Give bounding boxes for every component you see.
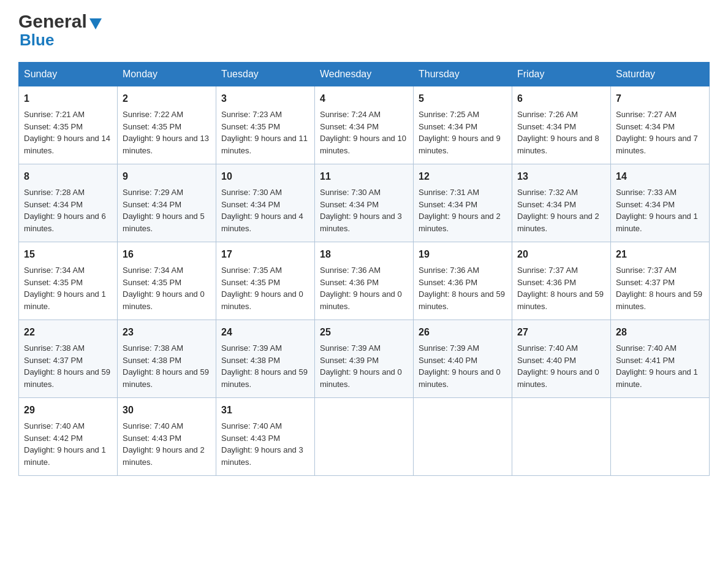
calendar-table: SundayMondayTuesdayWednesdayThursdayFrid… xyxy=(18,62,710,476)
calendar-cell: 17Sunrise: 7:35 AMSunset: 4:35 PMDayligh… xyxy=(216,242,315,320)
day-number: 8 xyxy=(24,169,112,184)
day-number: 17 xyxy=(221,247,309,262)
logo-blue-text: Blue xyxy=(20,31,54,50)
calendar-cell: 24Sunrise: 7:39 AMSunset: 4:38 PMDayligh… xyxy=(216,320,315,398)
calendar-cell: 7Sunrise: 7:27 AMSunset: 4:34 PMDaylight… xyxy=(611,86,710,164)
calendar-cell: 3Sunrise: 7:23 AMSunset: 4:35 PMDaylight… xyxy=(216,86,315,164)
calendar-week-row: 8Sunrise: 7:28 AMSunset: 4:34 PMDaylight… xyxy=(19,164,710,242)
calendar-header-saturday: Saturday xyxy=(611,63,710,86)
calendar-header-thursday: Thursday xyxy=(414,63,512,86)
calendar-cell: 19Sunrise: 7:36 AMSunset: 4:36 PMDayligh… xyxy=(414,242,512,320)
day-info: Sunrise: 7:21 AMSunset: 4:35 PMDaylight:… xyxy=(24,110,110,155)
calendar-cell: 9Sunrise: 7:29 AMSunset: 4:34 PMDaylight… xyxy=(118,164,216,242)
day-number: 14 xyxy=(616,169,704,184)
day-number: 2 xyxy=(123,91,211,106)
calendar-cell xyxy=(315,398,414,476)
day-info: Sunrise: 7:23 AMSunset: 4:35 PMDaylight:… xyxy=(221,110,308,155)
day-number: 3 xyxy=(221,91,309,106)
day-number: 18 xyxy=(320,247,408,262)
day-info: Sunrise: 7:29 AMSunset: 4:34 PMDaylight:… xyxy=(123,188,205,233)
day-number: 13 xyxy=(517,169,605,184)
day-number: 23 xyxy=(123,325,211,340)
day-info: Sunrise: 7:28 AMSunset: 4:34 PMDaylight:… xyxy=(24,188,106,233)
calendar-cell: 20Sunrise: 7:37 AMSunset: 4:36 PMDayligh… xyxy=(512,242,611,320)
day-number: 4 xyxy=(320,91,408,106)
day-info: Sunrise: 7:37 AMSunset: 4:36 PMDaylight:… xyxy=(517,266,604,311)
calendar-week-row: 15Sunrise: 7:34 AMSunset: 4:35 PMDayligh… xyxy=(19,242,710,320)
day-number: 30 xyxy=(123,403,211,418)
day-info: Sunrise: 7:40 AMSunset: 4:41 PMDaylight:… xyxy=(616,343,698,389)
calendar-cell: 13Sunrise: 7:32 AMSunset: 4:34 PMDayligh… xyxy=(512,164,611,242)
calendar-cell: 1Sunrise: 7:21 AMSunset: 4:35 PMDaylight… xyxy=(19,86,118,164)
day-info: Sunrise: 7:38 AMSunset: 4:38 PMDaylight:… xyxy=(123,343,209,389)
day-number: 19 xyxy=(419,247,507,262)
calendar-cell: 16Sunrise: 7:34 AMSunset: 4:35 PMDayligh… xyxy=(118,242,216,320)
day-number: 6 xyxy=(517,91,605,106)
day-info: Sunrise: 7:37 AMSunset: 4:37 PMDaylight:… xyxy=(616,266,702,311)
day-info: Sunrise: 7:30 AMSunset: 4:34 PMDaylight:… xyxy=(320,188,402,233)
calendar-week-row: 29Sunrise: 7:40 AMSunset: 4:42 PMDayligh… xyxy=(19,398,710,476)
day-number: 7 xyxy=(616,91,704,106)
day-info: Sunrise: 7:36 AMSunset: 4:36 PMDaylight:… xyxy=(320,266,402,311)
day-number: 22 xyxy=(24,325,112,340)
day-info: Sunrise: 7:35 AMSunset: 4:35 PMDaylight:… xyxy=(221,266,303,311)
day-info: Sunrise: 7:25 AMSunset: 4:34 PMDaylight:… xyxy=(419,110,501,155)
calendar-cell: 27Sunrise: 7:40 AMSunset: 4:40 PMDayligh… xyxy=(512,320,611,398)
day-info: Sunrise: 7:27 AMSunset: 4:34 PMDaylight:… xyxy=(616,110,698,155)
calendar-cell: 21Sunrise: 7:37 AMSunset: 4:37 PMDayligh… xyxy=(611,242,710,320)
day-info: Sunrise: 7:39 AMSunset: 4:38 PMDaylight:… xyxy=(221,343,308,389)
day-info: Sunrise: 7:22 AMSunset: 4:35 PMDaylight:… xyxy=(123,110,209,155)
calendar-cell: 2Sunrise: 7:22 AMSunset: 4:35 PMDaylight… xyxy=(118,86,216,164)
calendar-cell: 4Sunrise: 7:24 AMSunset: 4:34 PMDaylight… xyxy=(315,86,414,164)
day-info: Sunrise: 7:33 AMSunset: 4:34 PMDaylight:… xyxy=(616,188,698,233)
day-info: Sunrise: 7:34 AMSunset: 4:35 PMDaylight:… xyxy=(123,266,205,311)
day-info: Sunrise: 7:39 AMSunset: 4:40 PMDaylight:… xyxy=(419,343,501,389)
calendar-header-tuesday: Tuesday xyxy=(216,63,315,86)
day-info: Sunrise: 7:32 AMSunset: 4:34 PMDaylight:… xyxy=(517,188,599,233)
day-number: 15 xyxy=(24,247,112,262)
day-info: Sunrise: 7:30 AMSunset: 4:34 PMDaylight:… xyxy=(221,188,303,233)
page-header: General Blue xyxy=(18,12,710,50)
calendar-cell: 25Sunrise: 7:39 AMSunset: 4:39 PMDayligh… xyxy=(315,320,414,398)
calendar-cell: 18Sunrise: 7:36 AMSunset: 4:36 PMDayligh… xyxy=(315,242,414,320)
calendar-cell: 26Sunrise: 7:39 AMSunset: 4:40 PMDayligh… xyxy=(414,320,512,398)
calendar-header-friday: Friday xyxy=(512,63,611,86)
day-number: 24 xyxy=(221,325,309,340)
day-number: 26 xyxy=(419,325,507,340)
day-info: Sunrise: 7:34 AMSunset: 4:35 PMDaylight:… xyxy=(24,266,106,311)
logo: General Blue xyxy=(18,12,102,50)
day-info: Sunrise: 7:40 AMSunset: 4:43 PMDaylight:… xyxy=(221,421,303,467)
day-number: 9 xyxy=(123,169,211,184)
calendar-cell: 5Sunrise: 7:25 AMSunset: 4:34 PMDaylight… xyxy=(414,86,512,164)
calendar-header-monday: Monday xyxy=(118,63,216,86)
calendar-header-sunday: Sunday xyxy=(19,63,118,86)
calendar-cell: 31Sunrise: 7:40 AMSunset: 4:43 PMDayligh… xyxy=(216,398,315,476)
day-number: 5 xyxy=(419,91,507,106)
day-info: Sunrise: 7:26 AMSunset: 4:34 PMDaylight:… xyxy=(517,110,599,155)
calendar-cell: 6Sunrise: 7:26 AMSunset: 4:34 PMDaylight… xyxy=(512,86,611,164)
day-info: Sunrise: 7:31 AMSunset: 4:34 PMDaylight:… xyxy=(419,188,501,233)
calendar-cell: 8Sunrise: 7:28 AMSunset: 4:34 PMDaylight… xyxy=(19,164,118,242)
calendar-cell: 28Sunrise: 7:40 AMSunset: 4:41 PMDayligh… xyxy=(611,320,710,398)
logo-arrow-icon xyxy=(89,18,102,29)
calendar-cell xyxy=(611,398,710,476)
day-number: 21 xyxy=(616,247,704,262)
calendar-cell: 14Sunrise: 7:33 AMSunset: 4:34 PMDayligh… xyxy=(611,164,710,242)
day-number: 11 xyxy=(320,169,408,184)
day-number: 28 xyxy=(616,325,704,340)
day-info: Sunrise: 7:38 AMSunset: 4:37 PMDaylight:… xyxy=(24,343,110,389)
day-info: Sunrise: 7:40 AMSunset: 4:42 PMDaylight:… xyxy=(24,421,106,467)
calendar-header-wednesday: Wednesday xyxy=(315,63,414,86)
day-info: Sunrise: 7:36 AMSunset: 4:36 PMDaylight:… xyxy=(419,266,505,311)
calendar-cell: 22Sunrise: 7:38 AMSunset: 4:37 PMDayligh… xyxy=(19,320,118,398)
day-info: Sunrise: 7:24 AMSunset: 4:34 PMDaylight:… xyxy=(320,110,406,155)
calendar-cell xyxy=(512,398,611,476)
day-info: Sunrise: 7:40 AMSunset: 4:43 PMDaylight:… xyxy=(123,421,205,467)
day-number: 29 xyxy=(24,403,112,418)
day-number: 1 xyxy=(24,91,112,106)
calendar-cell: 11Sunrise: 7:30 AMSunset: 4:34 PMDayligh… xyxy=(315,164,414,242)
calendar-cell: 10Sunrise: 7:30 AMSunset: 4:34 PMDayligh… xyxy=(216,164,315,242)
day-number: 31 xyxy=(221,403,309,418)
day-number: 25 xyxy=(320,325,408,340)
calendar-cell: 29Sunrise: 7:40 AMSunset: 4:42 PMDayligh… xyxy=(19,398,118,476)
